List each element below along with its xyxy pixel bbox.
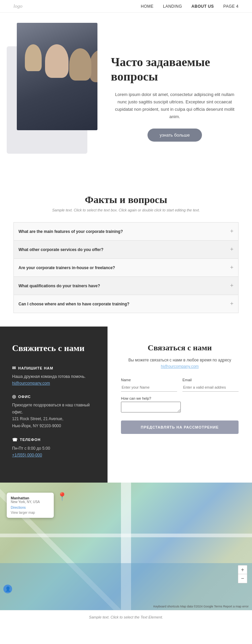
contact-form-panel: Связаться с нами Вы можете связаться с н…: [108, 327, 252, 483]
map-directions-link[interactable]: Directions: [11, 506, 50, 509]
hero-content: Часто задаваемые вопросы Lorem ipsum dol…: [111, 45, 239, 142]
form-email-group: Email: [182, 378, 239, 392]
contact-left: Свяжитесь с нами ✉ НАПИШИТЕ НАМ Наша дру…: [0, 327, 108, 483]
hero-button[interactable]: узнать больше: [148, 129, 202, 142]
map-footer-text: Keyboard shortcuts Map data ©2024 Google…: [153, 605, 249, 608]
contact-office-block: ◎ ОФИС Приходите поздороваться в наш гла…: [12, 394, 95, 429]
nav-links: HOME LANDING ABOUT US PAGE 4: [141, 4, 239, 9]
nav-about-us[interactable]: ABOUT US: [192, 4, 214, 9]
map-popup-subtitle: New York, NY, USA: [11, 500, 50, 504]
faq-subtitle: Sample text. Click to select the text bo…: [13, 208, 239, 212]
form-email-label: Email: [182, 378, 239, 382]
faq-item[interactable]: Can I choose where and when to have corp…: [13, 295, 239, 313]
contact-heading: Свяжитесь с нами: [12, 343, 95, 353]
faq-question-3: Are your corporate trainers in-house or …: [18, 265, 115, 270]
form-heading: Связаться с нами: [121, 343, 239, 352]
faq-item[interactable]: What other corporate services do you off…: [13, 240, 239, 258]
nav-home[interactable]: HOME: [141, 4, 154, 9]
navbar: logo HOME LANDING ABOUT US PAGE 4: [0, 0, 252, 13]
contact-section: Свяжитесь с нами ✉ НАПИШИТЕ НАМ Наша дру…: [0, 327, 252, 483]
contact-office-title: ◎ ОФИС: [12, 394, 95, 399]
faq-title: Факты и вопросы: [13, 194, 239, 205]
email-icon: ✉: [12, 365, 16, 370]
bottom-bar-text: Sample text. Click to select the Text El…: [13, 615, 239, 619]
faq-expand-icon-5: +: [230, 300, 234, 307]
faq-item[interactable]: What are the main features of your corpo…: [13, 222, 239, 240]
faq-question-1: What are the main features of your corpo…: [18, 229, 123, 234]
contact-email-block: ✉ НАПИШИТЕ НАМ Наша дружная команда гото…: [12, 365, 95, 386]
map-zoom-in[interactable]: +: [238, 565, 247, 574]
form-name-input[interactable]: [121, 383, 177, 392]
form-name-group: Name: [121, 378, 177, 392]
map-popup-title: Manhattan: [11, 496, 50, 500]
logo: logo: [13, 3, 23, 9]
contact-phone-block: ☎ ТЕЛЕФОН Пн-Пт с 8:00 до 5:00 +1(555) 0…: [12, 437, 95, 458]
submit-button[interactable]: ПРЕДСТАВЛЯТЬ НА РАССМОТРЕНИЕ: [121, 420, 239, 434]
faq-item[interactable]: What qualifications do your trainers hav…: [13, 277, 239, 295]
form-subtext: Вы можете связаться с нами в любое время…: [121, 357, 239, 370]
faq-item[interactable]: Are your corporate trainers in-house or …: [13, 258, 239, 277]
form-how-label: How can we help?: [121, 396, 239, 400]
faq-question-2: What other corporate services do you off…: [18, 247, 103, 252]
hero-title: Часто задаваемые вопросы: [111, 55, 239, 84]
map-zoom-controls: + −: [238, 565, 247, 583]
phone-icon: ☎: [12, 437, 18, 442]
form-name-email-row: Name Email: [121, 378, 239, 392]
faq-expand-icon-2: +: [230, 246, 234, 253]
form-email-input[interactable]: [182, 383, 239, 392]
faq-section: Факты и вопросы Sample text. Click to se…: [0, 174, 252, 327]
hero-image: [17, 23, 97, 130]
map-larger-link[interactable]: View larger map: [11, 511, 50, 514]
contact-email-title: ✉ НАПИШИТЕ НАМ: [12, 365, 95, 370]
hero-description: Lorem ipsum dolor sit amet, consectetur …: [111, 91, 239, 120]
nav-landing[interactable]: LANDING: [163, 4, 182, 9]
nav-page4[interactable]: PAGE 4: [223, 4, 239, 9]
form-name-label: Name: [121, 378, 177, 382]
map-zoom-out[interactable]: −: [238, 574, 247, 583]
map-popup: Manhattan New York, NY, USA Directions V…: [7, 493, 54, 518]
faq-question-4: What qualifications do your trainers hav…: [18, 284, 100, 288]
map-background: Manhattan New York, NY, USA Directions V…: [0, 483, 252, 610]
faq-expand-icon-4: +: [230, 282, 234, 289]
faq-question-5: Can I choose where and when to have corp…: [18, 302, 129, 306]
contact-phone-link[interactable]: +1(555) 000-000: [12, 453, 42, 457]
hero-photo: [17, 23, 97, 130]
contact-email-link[interactable]: hi@ourcompany.com: [12, 381, 50, 386]
form-message-group: How can we help?: [121, 396, 239, 414]
faq-expand-icon-1: +: [230, 228, 234, 235]
form-email-link[interactable]: hi@ourcompany.com: [161, 364, 199, 369]
location-icon: ◎: [12, 394, 16, 399]
form-message-input[interactable]: [121, 402, 181, 412]
map-water: [0, 563, 252, 610]
bottom-bar: Sample text. Click to select the Text El…: [0, 610, 252, 624]
faq-list: What are the main features of your corpo…: [13, 222, 239, 313]
contact-phone-title: ☎ ТЕЛЕФОН: [12, 437, 95, 442]
map-pin-icon: 📍: [57, 492, 67, 501]
hero-image-wrapper: [13, 33, 101, 154]
map-section: Manhattan New York, NY, USA Directions V…: [0, 483, 252, 610]
faq-expand-icon-3: +: [230, 264, 234, 271]
hero-section: Часто задаваемые вопросы Lorem ipsum dol…: [0, 13, 252, 174]
